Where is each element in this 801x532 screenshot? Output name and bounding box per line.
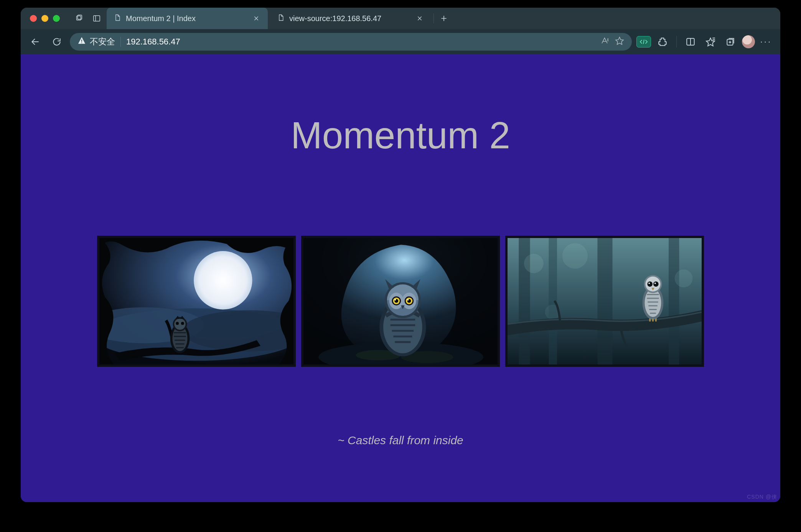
security-label: 不安全	[90, 36, 115, 48]
address-bar[interactable]: 不安全 192.168.56.47	[70, 33, 632, 51]
tab-close-button[interactable]	[415, 14, 424, 23]
gallery-image-owl-moon	[97, 236, 296, 367]
svg-point-60	[675, 269, 693, 287]
file-icon	[114, 14, 121, 23]
svg-rect-2	[94, 16, 100, 21]
tab-overview-button[interactable]	[71, 11, 87, 26]
file-icon	[277, 14, 285, 23]
tagline: ~ Castles fall from inside	[338, 434, 463, 447]
tab-title: Momentum 2 | Index	[126, 14, 196, 23]
favorites-list-button[interactable]	[702, 33, 719, 50]
profile-avatar-button[interactable]	[742, 35, 755, 48]
window-minimize-button[interactable]	[41, 15, 48, 22]
back-button[interactable]	[27, 33, 44, 50]
tab-strip: Momentum 2 | Index view-source:192.168.5…	[21, 8, 780, 29]
svg-point-51	[394, 299, 396, 300]
reload-button[interactable]	[48, 33, 65, 50]
page-content: Momentum 2	[21, 54, 780, 447]
page-title: Momentum 2	[291, 114, 510, 157]
extensions-button[interactable]	[654, 33, 671, 50]
svg-rect-56	[597, 238, 612, 365]
more-menu-button[interactable]: ···	[758, 37, 774, 47]
window-maximize-button[interactable]	[53, 15, 60, 22]
svg-point-67	[653, 281, 659, 287]
tab-divider	[433, 13, 434, 23]
warning-icon	[77, 36, 86, 47]
svg-marker-14	[616, 37, 623, 44]
sidebar-toggle-button[interactable]	[89, 11, 104, 26]
tab-close-button[interactable]	[252, 14, 261, 23]
tab-viewsource[interactable]: view-source:192.168.56.47	[270, 8, 431, 29]
browser-window: Momentum 2 | Index view-source:192.168.5…	[21, 8, 780, 502]
split-screen-button[interactable]	[682, 33, 699, 50]
svg-rect-57	[669, 238, 679, 365]
svg-line-15	[643, 40, 644, 44]
reader-mode-button[interactable]	[600, 36, 610, 48]
tab-momentum[interactable]: Momentum 2 | Index	[107, 8, 268, 29]
favorite-button[interactable]	[615, 36, 624, 48]
gallery-image-owl-cave	[301, 236, 500, 367]
tab-title: view-source:192.168.56.47	[289, 14, 381, 23]
svg-marker-18	[706, 38, 715, 46]
watermark: CSDN @侠	[747, 494, 777, 501]
collections-button[interactable]	[722, 33, 739, 50]
window-controls	[30, 15, 60, 22]
page-viewport: Momentum 2	[21, 54, 780, 502]
gallery-image-owl-branch	[505, 236, 704, 367]
svg-point-69	[654, 282, 656, 284]
svg-point-33	[176, 322, 179, 325]
devtools-button[interactable]	[636, 36, 651, 48]
svg-point-32	[174, 319, 185, 330]
new-tab-button[interactable]	[436, 11, 452, 26]
toolbar-divider	[676, 36, 677, 48]
address-separator	[120, 37, 121, 47]
svg-point-58	[524, 254, 544, 273]
security-badge[interactable]: 不安全	[77, 36, 115, 48]
svg-point-59	[562, 243, 588, 269]
window-close-button[interactable]	[30, 15, 37, 22]
svg-point-28	[194, 251, 252, 309]
svg-rect-12	[81, 43, 82, 43]
svg-rect-11	[81, 39, 82, 42]
toolbar-right: ···	[636, 33, 774, 50]
svg-point-68	[648, 282, 650, 284]
svg-point-52	[407, 299, 409, 300]
url-text: 192.168.56.47	[126, 37, 595, 47]
svg-point-34	[181, 322, 184, 325]
toolbar: 不安全 192.168.56.47	[21, 29, 780, 54]
svg-point-66	[647, 281, 653, 287]
image-gallery	[97, 236, 704, 367]
